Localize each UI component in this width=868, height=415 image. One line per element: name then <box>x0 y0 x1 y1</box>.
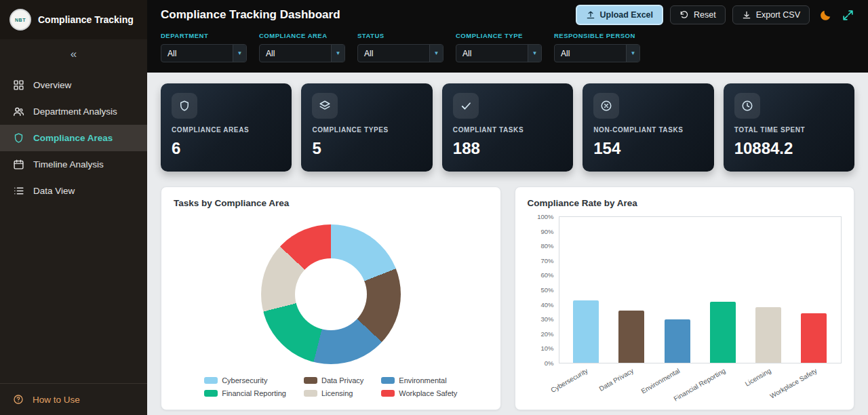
filters-row: DEPARTMENTAll▼COMPLIANCE AREAAll▼STATUSA… <box>147 28 868 73</box>
kpi-label: COMPLIANT TASKS <box>453 126 562 134</box>
upload-excel-label: Upload Excel <box>600 10 654 20</box>
kpi-card-compliance-types: COMPLIANCE TYPES5 <box>301 83 432 172</box>
bar-slot <box>609 217 654 363</box>
filter-select-department[interactable]: All▼ <box>161 44 247 62</box>
legend-swatch <box>304 390 317 397</box>
chevron-down-icon: ▼ <box>331 45 344 62</box>
bar-financial-reporting <box>710 302 736 363</box>
x-label-slot: Financial Reporting <box>700 363 746 399</box>
export-csv-button[interactable]: Export CSV <box>732 5 810 24</box>
legend-swatch <box>304 377 317 384</box>
kpi-card-compliant-tasks: COMPLIANT TASKS188 <box>442 83 573 172</box>
legend-item-environmental: Environmental <box>381 376 457 384</box>
app-title: Compliance Tracking <box>38 14 134 25</box>
sidebar-item-label: Data View <box>33 186 75 196</box>
filter-select-compliance-area[interactable]: All▼ <box>259 44 345 62</box>
filter-select-responsible-person[interactable]: All▼ <box>554 44 640 62</box>
app-root: NBT Compliance Tracking « OverviewDepart… <box>0 0 868 415</box>
legend-label: Environmental <box>399 376 446 384</box>
sidebar-item-overview[interactable]: Overview <box>0 72 147 98</box>
sidebar-header: NBT Compliance Tracking <box>0 0 147 39</box>
legend-item-workplace-safety: Workplace Safety <box>381 389 457 397</box>
donut-chart-card: Tasks by Compliance Area CybersecurityDa… <box>161 186 501 410</box>
clock-icon <box>734 93 760 119</box>
filter-compliance-area: COMPLIANCE AREAAll▼ <box>259 32 345 62</box>
sidebar-item-department-analysis[interactable]: Department Analysis <box>0 98 147 125</box>
x-label-slot: Workplace Safety <box>791 363 837 399</box>
shield-icon <box>172 93 197 119</box>
y-tick-label: 90% <box>540 228 553 235</box>
legend-label: Workplace Safety <box>399 389 457 397</box>
chevron-down-icon: ▼ <box>528 45 541 62</box>
kpi-label: COMPLIANCE TYPES <box>312 126 421 134</box>
bar-slot <box>791 217 837 363</box>
kpi-value: 10884.2 <box>734 139 844 158</box>
filter-selected-value: All <box>167 49 176 58</box>
kpi-value: 188 <box>453 139 562 158</box>
how-to-use-button[interactable]: How to Use <box>0 383 147 415</box>
page-title: Compliance Tracking Dashboard <box>161 8 569 22</box>
x-tick-label: Licensing <box>744 367 772 388</box>
y-tick-label: 10% <box>540 344 553 352</box>
app-logo: NBT <box>9 9 31 31</box>
legend-label: Financial Reporting <box>222 389 286 397</box>
bar-slot <box>700 217 745 363</box>
sidebar-collapse-button[interactable]: « <box>0 39 147 65</box>
bar-y-axis: 100%90%80%70%60%50%40%30%20%10%0% <box>528 213 559 367</box>
reset-button[interactable]: Reset <box>670 5 726 24</box>
kpi-card-total-time-spent: TOTAL TIME SPENT10884.2 <box>724 83 854 172</box>
sidebar-item-label: Department Analysis <box>33 106 117 117</box>
donut-hole <box>295 258 367 330</box>
filter-selected-value: All <box>462 49 471 58</box>
question-circle-icon <box>13 394 24 405</box>
bar-slot <box>564 217 609 363</box>
list-icon <box>13 185 24 197</box>
shield-icon <box>13 132 24 144</box>
filter-compliance-type: COMPLIANCE TYPEAll▼ <box>456 32 542 62</box>
y-tick-label: 70% <box>540 257 553 264</box>
y-tick-label: 30% <box>540 315 553 323</box>
bar-licensing <box>755 307 781 363</box>
sidebar-item-compliance-areas[interactable]: Compliance Areas <box>0 125 147 151</box>
filter-label: DEPARTMENT <box>161 32 247 39</box>
donut-wrap <box>174 212 488 376</box>
filter-status: STATUSAll▼ <box>357 32 443 62</box>
bar-cybersecurity <box>573 300 599 363</box>
fullscreen-expand-icon[interactable] <box>842 9 854 22</box>
legend-swatch <box>381 390 395 397</box>
sidebar-item-label: Overview <box>33 80 71 90</box>
filter-select-status[interactable]: All▼ <box>357 44 443 62</box>
legend-label: Licensing <box>321 389 353 397</box>
legend-item-data-privacy: Data Privacy <box>304 376 363 384</box>
bar-chart-title: Compliance Rate by Area <box>528 198 842 208</box>
filter-select-compliance-type[interactable]: All▼ <box>456 44 542 62</box>
header-bar: Compliance Tracking Dashboard Upload Exc… <box>147 0 868 28</box>
chevron-down-icon: ▼ <box>429 45 443 62</box>
moon-theme-toggle-icon[interactable] <box>819 9 832 22</box>
filter-selected-value: All <box>266 49 275 58</box>
calendar-icon <box>13 159 24 170</box>
filter-department: DEPARTMENTAll▼ <box>161 32 247 62</box>
check-icon <box>453 93 479 119</box>
sidebar-nav: OverviewDepartment AnalysisCompliance Ar… <box>0 65 147 383</box>
sidebar-item-label: Compliance Areas <box>33 133 113 143</box>
download-icon <box>742 10 751 20</box>
reset-label: Reset <box>694 10 716 20</box>
legend-swatch <box>204 377 218 384</box>
y-tick-label: 40% <box>540 301 553 309</box>
kpi-value: 6 <box>172 139 281 158</box>
logo-text: NBT <box>15 18 26 22</box>
y-tick-label: 100% <box>537 213 553 220</box>
y-tick-label: 50% <box>540 286 553 294</box>
kpi-label: NON-COMPLIANT TASKS <box>593 126 703 134</box>
kpi-card-compliance-areas: COMPLIANCE AREAS6 <box>161 83 292 172</box>
donut-chart-title: Tasks by Compliance Area <box>174 198 488 208</box>
upload-excel-button[interactable]: Upload Excel <box>576 5 664 25</box>
kpi-label: TOTAL TIME SPENT <box>734 126 844 134</box>
kpi-value: 5 <box>312 139 421 158</box>
legend-swatch <box>381 377 395 384</box>
chevron-down-icon: ▼ <box>233 45 246 62</box>
sidebar-item-data-view[interactable]: Data View <box>0 178 147 204</box>
bar-slot <box>654 217 700 363</box>
sidebar-item-timeline-analysis[interactable]: Timeline Analysis <box>0 151 147 178</box>
